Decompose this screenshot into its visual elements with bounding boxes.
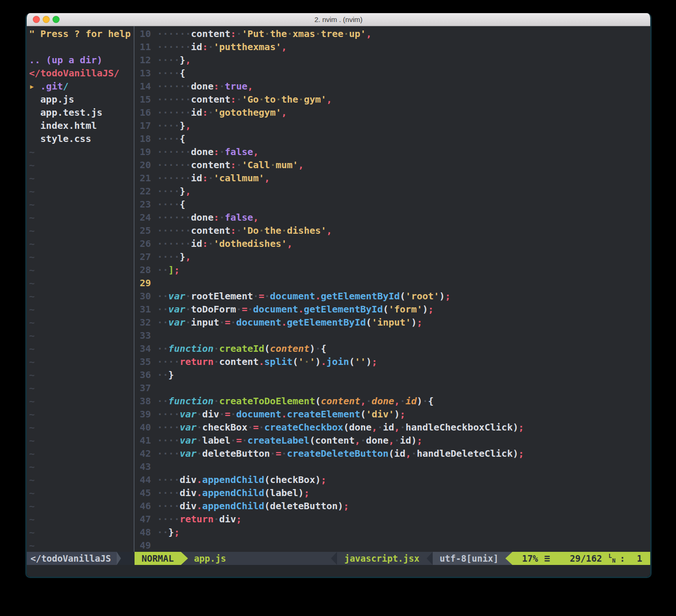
sidebar-item-up-dir[interactable]: .. (up a dir) xyxy=(27,53,134,67)
code-line-28[interactable]: 28··]; xyxy=(135,263,650,276)
code-line-32[interactable]: 32··var·input·=·document.getElementById(… xyxy=(135,316,650,329)
netrw-file-tree[interactable]: " Press ? for help.. (up a dir)</todoVan… xyxy=(27,26,134,552)
empty-buffer-line: ~ xyxy=(27,526,134,539)
sidebar-current-dir[interactable]: </todoVanillaJS/ xyxy=(27,67,134,80)
code-line-10[interactable]: 10······content:·'Put·the·xmas·tree·up', xyxy=(135,27,650,40)
sidebar-item-app-js[interactable]: app.js xyxy=(27,93,134,106)
code-line-12[interactable]: 12····}, xyxy=(135,53,650,67)
code-line-26[interactable]: 26······id:·'dothedishes', xyxy=(135,237,650,250)
line-number: 34 xyxy=(135,342,151,355)
code-text: ······done:·false, xyxy=(157,145,259,158)
code-buffer[interactable]: 10······content:·'Put·the·xmas·tree·up',… xyxy=(135,26,650,552)
line-number: 22 xyxy=(135,185,151,198)
line-number: 19 xyxy=(135,145,151,158)
code-text: ····}, xyxy=(157,119,191,132)
code-line-15[interactable]: 15······content:·'Go·to·the·gym', xyxy=(135,93,650,106)
code-text: ····return·content.split('·').join(''); xyxy=(157,355,377,368)
code-line-16[interactable]: 16······id:·'gotothegym', xyxy=(135,106,650,119)
code-line-11[interactable]: 11······id:·'putthexmas', xyxy=(135,40,650,53)
line-number: 46 xyxy=(135,499,151,512)
code-line-33[interactable]: 33 xyxy=(135,329,650,342)
code-line-36[interactable]: 36··} xyxy=(135,368,650,381)
code-line-20[interactable]: 20······content:·'Call·mum', xyxy=(135,158,650,171)
code-line-45[interactable]: 45····div.appendChild(label); xyxy=(135,486,650,499)
code-line-23[interactable]: 23····{ xyxy=(135,198,650,211)
code-line-39[interactable]: 39····var·div·=·document.createElement('… xyxy=(135,408,650,421)
code-line-44[interactable]: 44····div.appendChild(checkBox); xyxy=(135,473,650,486)
code-line-18[interactable]: 18····{ xyxy=(135,132,650,145)
titlebar[interactable]: 2. nvim . (nvim) xyxy=(27,13,650,26)
code-line-14[interactable]: 14······done:·true, xyxy=(135,80,650,93)
code-line-25[interactable]: 25······content:·'Do·the·dishes', xyxy=(135,224,650,237)
empty-buffer-line: ~ xyxy=(27,421,134,434)
code-line-47[interactable]: 47····return·div; xyxy=(135,512,650,526)
code-line-31[interactable]: 31··var·toDoForm·=·document.getElementBy… xyxy=(135,303,650,316)
line-number: 26 xyxy=(135,237,151,250)
line-number: 39 xyxy=(135,408,151,421)
empty-buffer-line: ~ xyxy=(27,289,134,303)
code-text: ··var·rootElement·=·document.getElementB… xyxy=(157,289,451,303)
line-number: 13 xyxy=(135,67,151,80)
code-text: ····var·label·=·createLabel(content,·don… xyxy=(157,434,422,447)
code-text: ··function·createToDoElement(content,·do… xyxy=(157,394,434,408)
line-number: 15 xyxy=(135,93,151,106)
code-line-42[interactable]: 42····var·deleteButton·=·createDeleteBut… xyxy=(135,447,650,460)
code-line-27[interactable]: 27····}, xyxy=(135,250,650,263)
code-text: ······id:·'dothedishes', xyxy=(157,237,293,250)
code-line-41[interactable]: 41····var·label·=·createLabel(content,·d… xyxy=(135,434,650,447)
code-line-13[interactable]: 13····{ xyxy=(135,67,650,80)
empty-buffer-line: ~ xyxy=(27,211,134,224)
code-line-22[interactable]: 22····}, xyxy=(135,185,650,198)
code-text: ····{ xyxy=(157,198,185,211)
statusline-filetype: javascript.jsx xyxy=(337,552,426,565)
code-text: ······done:·true, xyxy=(157,80,253,93)
code-line-49[interactable]: 49 xyxy=(135,539,650,552)
code-line-40[interactable]: 40····var·checkBox·=·createCheckbox(done… xyxy=(135,421,650,434)
empty-buffer-line: ~ xyxy=(27,185,134,198)
empty-buffer-line: ~ xyxy=(27,263,134,276)
empty-buffer-line: ~ xyxy=(27,355,134,368)
code-line-19[interactable]: 19······done:·false, xyxy=(135,145,650,158)
empty-buffer-line: ~ xyxy=(27,381,134,394)
code-text: ····var·div·=·document.createElement('di… xyxy=(157,408,406,421)
sidebar-item-index-html[interactable]: index.html xyxy=(27,119,134,132)
code-line-30[interactable]: 30··var·rootElement·=·document.getElemen… xyxy=(135,289,650,303)
code-line-17[interactable]: 17····}, xyxy=(135,119,650,132)
code-line-21[interactable]: 21······id:·'callmum', xyxy=(135,171,650,185)
code-line-35[interactable]: 35····return·content.split('·').join('')… xyxy=(135,355,650,368)
statusline-filename: app.js xyxy=(188,552,226,565)
empty-buffer-line: ~ xyxy=(27,539,134,552)
line-number: 38 xyxy=(135,394,151,408)
code-line-37[interactable]: 37 xyxy=(135,381,650,394)
code-line-34[interactable]: 34··function·createId(content)·{ xyxy=(135,342,650,355)
empty-buffer-line: ~ xyxy=(27,316,134,329)
line-number: 24 xyxy=(135,211,151,224)
code-text: ······content:·'Do·the·dishes', xyxy=(157,224,332,237)
line-number-icon: LN xyxy=(608,552,616,564)
line-number: 33 xyxy=(135,329,151,342)
code-line-43[interactable]: 43 xyxy=(135,460,650,473)
statusline-encoding: utf-8[unix] xyxy=(433,552,506,565)
code-text: ····}, xyxy=(157,185,191,198)
code-line-38[interactable]: 38··function·createToDoElement(content,·… xyxy=(135,394,650,408)
lines-of-text-icon: ≡ xyxy=(544,552,550,565)
line-number: 48 xyxy=(135,526,151,539)
code-line-46[interactable]: 46····div.appendChild(deleteButton); xyxy=(135,499,650,512)
sidebar-item-style-css[interactable]: style.css xyxy=(27,132,134,145)
line-number: 36 xyxy=(135,368,151,381)
statusline-scroll-percent: 17% xyxy=(522,552,538,565)
code-text: ······id:·'gotothegym', xyxy=(157,106,287,119)
code-text: ······content:·'Call·mum', xyxy=(157,158,304,171)
empty-buffer-line: ~ xyxy=(27,250,134,263)
code-line-29[interactable]: 29 xyxy=(135,276,650,289)
line-number: 28 xyxy=(135,263,151,276)
code-text: ····div.appendChild(deleteButton); xyxy=(157,499,349,512)
powerline-arrow-icon xyxy=(427,552,433,565)
netrw-statusline: </todoVanillaJS xyxy=(27,552,135,565)
code-line-48[interactable]: 48··}; xyxy=(135,526,650,539)
line-number: 16 xyxy=(135,106,151,119)
code-line-24[interactable]: 24······done:·false, xyxy=(135,211,650,224)
sidebar-item-app-test-js[interactable]: app.test.js xyxy=(27,106,134,119)
empty-buffer-line: ~ xyxy=(27,237,134,250)
sidebar-item-git-dir[interactable]: ▸ .git/ xyxy=(27,80,134,93)
